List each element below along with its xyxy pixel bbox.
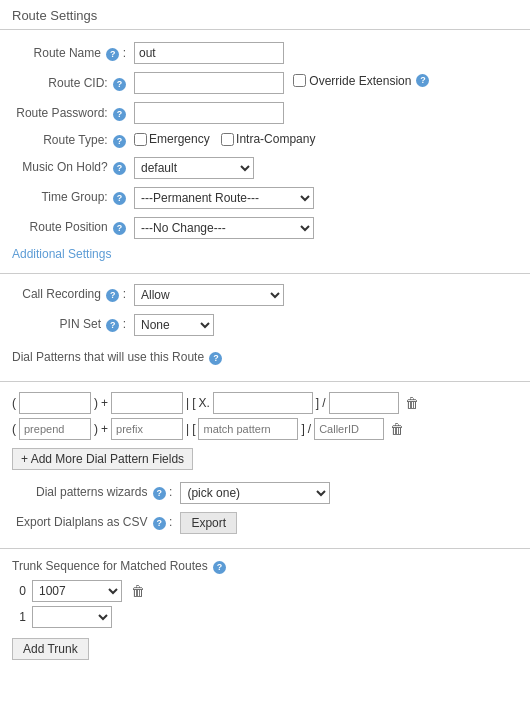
trunk-select-1[interactable] — [32, 606, 112, 628]
trunk-index-1: 1 — [12, 610, 26, 624]
dial-wizards-colon: : — [169, 485, 172, 499]
dial-slash-2: / — [308, 422, 311, 436]
pin-set-select[interactable]: None — [134, 314, 214, 336]
route-name-colon: : — [123, 46, 126, 60]
trunk-row-0: 0 1007 🗑 — [12, 580, 518, 602]
dial-wizards-info-icon[interactable]: ? — [153, 487, 166, 500]
add-more-dial-button[interactable]: + Add More Dial Pattern Fields — [12, 448, 193, 470]
dial-match-input-2[interactable] — [198, 418, 298, 440]
dial-patterns-info-icon[interactable]: ? — [209, 352, 222, 365]
override-extension-label: Override Extension — [309, 74, 411, 88]
additional-settings-link[interactable]: Additional Settings — [0, 243, 530, 269]
dial-bracket-open-1: [ — [192, 396, 195, 410]
override-extension-checkbox[interactable] — [293, 74, 306, 87]
pin-set-label: PIN Set — [60, 317, 101, 331]
dial-x-1: X. — [198, 396, 209, 410]
dial-prepend-input-2[interactable] — [19, 418, 91, 440]
dial-open-paren-1: ( — [12, 396, 16, 410]
dial-prepend-input-1[interactable] — [19, 392, 91, 414]
dial-callerid-input-1[interactable] — [329, 392, 399, 414]
route-password-input[interactable] — [134, 102, 284, 124]
route-cid-input[interactable] — [134, 72, 284, 94]
route-position-label: Route Position — [30, 220, 108, 234]
export-dialplans-label: Export Dialplans as CSV — [16, 515, 147, 529]
dial-bracket-close-2: ] — [301, 422, 304, 436]
add-trunk-button[interactable]: Add Trunk — [12, 638, 89, 660]
dial-wizards-label: Dial patterns wizards — [36, 485, 147, 499]
route-type-info-icon[interactable]: ? — [113, 135, 126, 148]
dial-prefix-input-2[interactable] — [111, 418, 183, 440]
route-position-info-icon[interactable]: ? — [113, 222, 126, 235]
dial-trash-icon-2[interactable]: 🗑 — [387, 419, 407, 439]
call-recording-info-icon[interactable]: ? — [106, 289, 119, 302]
emergency-checkbox[interactable] — [134, 133, 147, 146]
dial-trash-icon-1[interactable]: 🗑 — [402, 393, 422, 413]
time-group-label: Time Group: — [41, 190, 107, 204]
trunk-index-0: 0 — [12, 584, 26, 598]
dial-pattern-row-1: ( ) + | [ X. ] / 🗑 — [12, 392, 518, 414]
export-colon: : — [169, 515, 172, 529]
route-name-info-icon[interactable]: ? — [106, 48, 119, 61]
dial-close-paren-2: ) — [94, 422, 98, 436]
route-settings-title: Route Settings — [0, 0, 530, 29]
intra-company-checkbox[interactable] — [221, 133, 234, 146]
pin-set-info-icon[interactable]: ? — [106, 319, 119, 332]
dial-slash-1: / — [322, 396, 325, 410]
trunk-trash-icon-0[interactable]: 🗑 — [128, 581, 148, 601]
call-recording-label: Call Recording — [22, 287, 101, 301]
time-group-info-icon[interactable]: ? — [113, 192, 126, 205]
trunk-row-1: 1 — [12, 606, 518, 628]
intra-company-label: Intra-Company — [236, 132, 315, 146]
dial-pattern-row-labels: ( ) + | [ ] / 🗑 — [12, 418, 518, 440]
dial-prefix-input-1[interactable] — [111, 392, 183, 414]
route-password-label: Route Password: — [16, 106, 107, 120]
route-name-input[interactable] — [134, 42, 284, 64]
time-group-select[interactable]: ---Permanent Route--- — [134, 187, 314, 209]
dial-pipe-1: | — [186, 396, 189, 410]
dial-close-paren-1: ) — [94, 396, 98, 410]
dial-pipe-2: | — [186, 422, 189, 436]
dial-plus-1: + — [101, 396, 108, 410]
dial-open-paren-2: ( — [12, 422, 16, 436]
export-button[interactable]: Export — [180, 512, 237, 534]
dial-patterns-label: Dial Patterns that will use this Route — [12, 350, 204, 364]
override-extension-info-icon[interactable]: ? — [416, 74, 429, 87]
emergency-label: Emergency — [149, 132, 210, 146]
call-recording-colon: : — [123, 287, 126, 301]
dial-bracket-open-2: [ — [192, 422, 195, 436]
route-position-select[interactable]: ---No Change--- — [134, 217, 314, 239]
trunk-sequence-label: Trunk Sequence for Matched Routes — [12, 559, 208, 573]
route-type-label: Route Type: — [43, 133, 108, 147]
dial-wizard-select[interactable]: (pick one) — [180, 482, 330, 504]
dial-bracket-close-1: ] — [316, 396, 319, 410]
dial-plus-2: + — [101, 422, 108, 436]
music-on-hold-info-icon[interactable]: ? — [113, 162, 126, 175]
call-recording-select[interactable]: Allow Don't Care Always Never Force — [134, 284, 284, 306]
trunk-select-0[interactable]: 1007 — [32, 580, 122, 602]
pin-set-colon: : — [123, 317, 126, 331]
music-on-hold-label: Music On Hold? — [22, 160, 107, 174]
export-dialplans-info-icon[interactable]: ? — [153, 517, 166, 530]
route-password-info-icon[interactable]: ? — [113, 108, 126, 121]
trunk-sequence-info-icon[interactable]: ? — [213, 561, 226, 574]
music-on-hold-select[interactable]: default — [134, 157, 254, 179]
route-cid-label: Route CID: — [48, 76, 107, 90]
route-cid-info-icon[interactable]: ? — [113, 78, 126, 91]
dial-callerid-input-2[interactable] — [314, 418, 384, 440]
route-name-label: Route Name — [34, 46, 101, 60]
dial-match-input-1[interactable] — [213, 392, 313, 414]
